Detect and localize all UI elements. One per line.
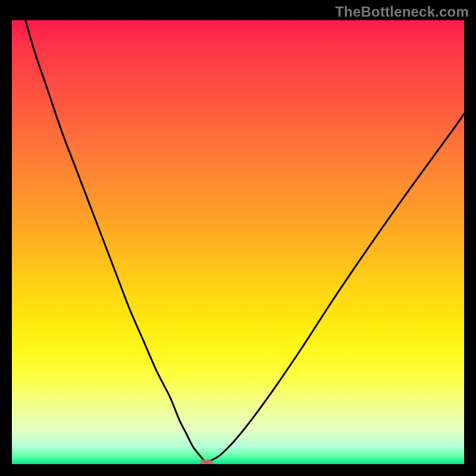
- plot-area: [12, 20, 464, 464]
- bottleneck-curve: [26, 20, 464, 463]
- optimum-marker: [200, 459, 213, 464]
- curve-svg: [12, 20, 464, 464]
- watermark-text: TheBottleneck.com: [335, 4, 469, 20]
- chart-frame: TheBottleneck.com: [0, 0, 476, 476]
